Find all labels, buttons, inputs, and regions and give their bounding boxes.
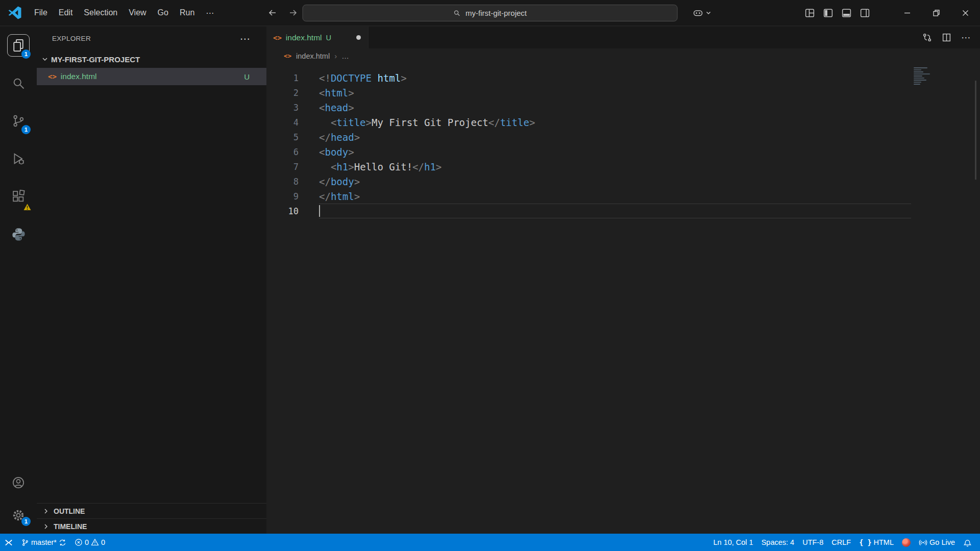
root-folder-label: MY-FIRST-GIT-PROJECT — [51, 55, 140, 64]
restore-button[interactable] — [922, 0, 951, 26]
breadcrumb[interactable]: <> index.html › … — [266, 48, 980, 63]
file-item-index-html[interactable]: <> index.html U — [37, 68, 266, 85]
minimize-button[interactable] — [893, 0, 922, 26]
line-number: 8 — [266, 177, 299, 187]
code-line-1[interactable]: 1<!DOCTYPE html> — [266, 70, 980, 85]
encoding-status[interactable]: UTF-8 — [798, 534, 827, 551]
activity-run-debug[interactable] — [0, 140, 37, 178]
unsaved-dot-icon[interactable] — [356, 35, 361, 40]
code-line-5[interactable]: 5</head> — [266, 130, 980, 144]
open-changes-icon[interactable] — [922, 33, 932, 42]
account-icon — [7, 471, 30, 494]
toggle-secondary-sidebar-icon[interactable] — [860, 8, 870, 18]
tab-git-badge: U — [326, 34, 331, 42]
code-text: <title>My First Git Project</title> — [319, 117, 535, 128]
customize-layout-icon[interactable] — [804, 8, 815, 18]
python-icon — [7, 223, 30, 245]
git-untracked-badge: U — [244, 72, 250, 81]
warning-icon — [91, 538, 99, 546]
split-editor-icon[interactable] — [942, 33, 951, 42]
outline-label: OUTLINE — [54, 507, 85, 515]
code-line-9[interactable]: 9</html> — [266, 189, 980, 204]
copilot-dropdown-chevron-icon[interactable] — [705, 10, 712, 16]
menu-run[interactable]: Run — [174, 5, 200, 20]
menu-selection[interactable]: Selection — [78, 5, 123, 20]
code-text: </body> — [319, 176, 360, 187]
explorer-root-folder[interactable]: MY-FIRST-GIT-PROJECT — [37, 51, 266, 68]
line-number: 3 — [266, 103, 299, 113]
search-icon — [453, 9, 461, 17]
code-line-3[interactable]: 3<head> — [266, 100, 980, 115]
activity-explorer[interactable]: 1 — [0, 27, 37, 64]
activity-source-control[interactable]: 1 — [0, 102, 37, 140]
text-cursor-icon — [319, 205, 320, 217]
command-center-search[interactable]: my-first-git-project — [303, 5, 678, 21]
breadcrumb-file[interactable]: index.html — [296, 52, 330, 60]
code-line-7[interactable]: 7 <h1>Hello Git!</h1> — [266, 159, 980, 174]
tab-bar: <> index.html U ⋯ — [266, 27, 980, 48]
vscode-logo-icon — [8, 6, 21, 19]
titlebar: File Edit Selection View Go Run ⋯ my-fir… — [0, 0, 980, 26]
search-icon — [7, 72, 30, 94]
breadcrumb-symbol[interactable]: … — [341, 52, 349, 60]
indentation-status[interactable]: Spaces: 4 — [757, 534, 799, 551]
menu-more-icon[interactable]: ⋯ — [200, 5, 219, 21]
error-count: 0 — [85, 538, 89, 546]
extensions-warning-icon — [23, 204, 31, 211]
code-line-2[interactable]: 2<html> — [266, 85, 980, 100]
activity-extensions[interactable] — [0, 178, 37, 215]
problems-status[interactable]: 0 0 — [70, 534, 109, 551]
menu-view[interactable]: View — [123, 5, 152, 20]
cursor-position-status[interactable]: Ln 10, Col 1 — [709, 534, 757, 551]
line-number: 9 — [266, 191, 299, 202]
error-icon — [75, 538, 83, 546]
status-extension-icon[interactable] — [898, 534, 915, 551]
explorer-badge: 1 — [21, 49, 31, 59]
line-number: 2 — [266, 88, 299, 98]
code-line-4[interactable]: 4 <title>My First Git Project</title> — [266, 115, 980, 130]
toggle-sidebar-icon[interactable] — [823, 8, 834, 18]
outline-section[interactable]: OUTLINE — [37, 503, 266, 518]
minimap[interactable] — [914, 67, 937, 86]
chevron-right-icon — [42, 522, 50, 531]
menu-edit[interactable]: Edit — [53, 5, 79, 20]
go-live-status[interactable]: Go Live — [915, 534, 959, 551]
timeline-section[interactable]: TIMELINE — [37, 518, 266, 534]
file-name: index.html — [61, 72, 97, 81]
breadcrumb-separator-icon: › — [334, 52, 337, 60]
menu-file[interactable]: File — [29, 5, 53, 20]
forward-icon[interactable] — [288, 8, 298, 18]
html-file-icon: <> — [48, 72, 57, 81]
code-text: </html> — [319, 191, 360, 202]
code-line-10[interactable]: 10 — [266, 204, 980, 218]
notifications-bell-icon[interactable] — [959, 534, 976, 551]
line-number: 5 — [266, 132, 299, 142]
source-control-badge: 1 — [21, 125, 31, 134]
line-number: 10 — [266, 206, 299, 216]
scrollbar[interactable] — [975, 81, 976, 180]
git-branch-status[interactable]: master* — [17, 534, 70, 551]
copilot-icon[interactable] — [693, 8, 703, 18]
back-icon[interactable] — [267, 8, 278, 18]
toggle-panel-icon[interactable] — [841, 8, 852, 18]
close-button[interactable] — [951, 0, 980, 26]
code-line-6[interactable]: 6<body> — [266, 144, 980, 159]
tab-index-html[interactable]: <> index.html U — [266, 27, 369, 48]
activity-bar: 1 1 — [0, 27, 37, 534]
activity-accounts[interactable] — [0, 466, 37, 499]
code-text: <body> — [319, 146, 354, 158]
eol-status[interactable]: CRLF — [827, 534, 855, 551]
explorer-sidebar: EXPLORER ⋯ MY-FIRST-GIT-PROJECT <> index… — [37, 27, 266, 534]
language-mode-status[interactable]: { } HTML — [855, 534, 898, 551]
line-number: 6 — [266, 147, 299, 157]
activity-python[interactable] — [0, 215, 37, 253]
menu-go[interactable]: Go — [152, 5, 174, 20]
branch-name: master* — [31, 538, 57, 546]
code-line-8[interactable]: 8</body> — [266, 174, 980, 189]
code-text: <!DOCTYPE html> — [319, 72, 407, 84]
activity-search[interactable] — [0, 64, 37, 102]
activity-settings[interactable]: 1 — [0, 499, 37, 532]
remote-indicator-icon[interactable] — [0, 534, 17, 551]
code-text: <h1>Hello Git!</h1> — [319, 161, 442, 172]
braces-icon: { } — [859, 538, 871, 546]
